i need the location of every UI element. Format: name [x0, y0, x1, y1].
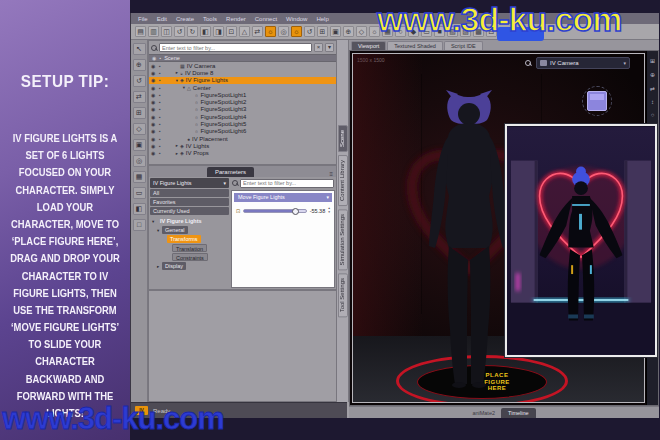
scene-item-iv-dome-8[interactable]: ◉▪▸◒IV Dome 8	[149, 69, 336, 76]
tab-animate2[interactable]: aniMate2	[472, 410, 495, 416]
select-icon[interactable]: ▪	[159, 77, 167, 83]
scene-item-figurespotlight2[interactable]: ◉▪☼FigureSpotLight2	[149, 98, 336, 105]
select-icon[interactable]: ▪	[159, 114, 167, 120]
pose-tool-icon[interactable]: ◇	[133, 123, 146, 135]
dock-tab-content-library[interactable]: Content Library	[338, 155, 348, 206]
iray-render-icon[interactable]: ☼	[291, 26, 302, 37]
scene-item-center[interactable]: ◉▪▾△Center	[149, 84, 336, 91]
tab-timeline[interactable]: Timeline	[501, 408, 536, 418]
camera-selector[interactable]: IV Camera ▾	[536, 57, 630, 69]
surface-select-icon[interactable]: ▣	[133, 139, 146, 151]
select-icon[interactable]: ▪	[159, 136, 167, 142]
file-new-icon[interactable]: ▤	[135, 26, 146, 37]
pan-icon[interactable]: ⇄	[650, 85, 655, 92]
menu-create[interactable]: Create	[176, 16, 194, 22]
select-icon[interactable]: ▪	[159, 150, 167, 156]
eye-icon[interactable]: ◉	[151, 143, 159, 149]
menu-window[interactable]: Window	[286, 16, 307, 22]
select-icon[interactable]: ▪	[159, 143, 167, 149]
value-spinner[interactable]: ▴▾	[328, 207, 330, 214]
scale-tool-icon[interactable]: ⊞	[133, 107, 146, 119]
translate-tool-icon[interactable]: ⇄	[133, 91, 146, 103]
scene-item-figurespotlight6[interactable]: ◉▪☼FigureSpotLight6	[149, 128, 336, 135]
slider-track[interactable]	[243, 209, 306, 213]
parameter-filter-input[interactable]	[240, 179, 334, 188]
universal-tool-icon[interactable]: ⊕	[133, 59, 146, 71]
dock-tab-simulation-settings[interactable]: Simulation Settings	[338, 209, 348, 270]
render-icon[interactable]: ☼	[265, 26, 276, 37]
menu-edit[interactable]: Edit	[157, 16, 167, 22]
param-tree-general[interactable]: ▾General	[150, 226, 229, 234]
copy-icon[interactable]: ◨	[213, 26, 224, 37]
undo-icon[interactable]: ↺	[174, 26, 185, 37]
viewport-canvas[interactable]: 1500 x 1500 PLACE FIGURE HERE	[349, 50, 659, 406]
eye-icon[interactable]: ◉	[151, 106, 159, 112]
region-navigator-icon[interactable]: ◧	[133, 203, 146, 215]
eye-icon[interactable]: ◉	[151, 128, 159, 134]
select-icon[interactable]: ▪	[159, 92, 167, 98]
dolly-icon[interactable]: ↕	[651, 99, 654, 105]
scene-item-iv-figure-lights[interactable]: ◉▪▾◈IV Figure Lights	[149, 77, 336, 84]
measure-tool-icon[interactable]: ▭	[133, 187, 146, 199]
rotate-tool-icon[interactable]: ↺	[133, 75, 146, 87]
zoom-icon[interactable]: ○	[651, 112, 655, 118]
translate-tool-icon[interactable]: ⇄	[252, 26, 263, 37]
param-tree-translation[interactable]: Translation	[150, 244, 229, 252]
camera-tool-icon[interactable]: □	[133, 219, 146, 231]
menu-tools[interactable]: Tools	[203, 16, 217, 22]
scene-item-iv-placement[interactable]: ◉▪●IV Placement	[149, 135, 336, 142]
view-cube-face[interactable]	[587, 91, 607, 111]
viewport-tab-script-ide[interactable]: Script IDE	[444, 41, 483, 50]
perspective-icon[interactable]: ◇	[356, 26, 367, 37]
eye-icon[interactable]: ◉	[151, 114, 159, 120]
spot-render-tool-icon[interactable]: ◎	[133, 155, 146, 167]
menu-help[interactable]: Help	[316, 16, 328, 22]
slider-value[interactable]: -55.38	[310, 208, 326, 214]
orbit-icon[interactable]: ⊕	[650, 71, 655, 78]
file-open-icon[interactable]: ▥	[148, 26, 159, 37]
scene-item-figurespotlight4[interactable]: ◉▪☼FigureSpotLight4	[149, 113, 336, 120]
eye-icon[interactable]: ◉	[151, 63, 159, 69]
select-tool-icon[interactable]: △	[239, 26, 250, 37]
menu-file[interactable]: File	[138, 16, 148, 22]
parameter-group-header[interactable]: Move Figure Lights ▾	[234, 193, 332, 202]
eye-icon[interactable]: ◉	[151, 85, 159, 91]
viewport-tab-textured-shaded[interactable]: Textured Shaded	[387, 41, 443, 50]
select-icon[interactable]: ▪	[159, 99, 167, 105]
frame-view-icon[interactable]: ⊞	[650, 57, 655, 64]
scene-item-iv-props[interactable]: ◉▪▸◈IV Props	[149, 150, 336, 157]
viewport-tab-viewport[interactable]: Viewport	[351, 41, 386, 50]
eye-icon[interactable]: ◉	[151, 70, 159, 76]
filter-options-button[interactable]: ▾	[325, 43, 334, 52]
eye-icon[interactable]: ◉	[151, 136, 159, 142]
dock-tab-tool-settings[interactable]: Tool Settings	[338, 273, 348, 317]
tab-parameters[interactable]: Parameters	[207, 167, 254, 177]
select-icon[interactable]: ▪	[159, 63, 167, 69]
select-icon[interactable]: ▪	[159, 128, 167, 134]
param-tree-constraints[interactable]: Constraints	[150, 253, 229, 261]
select-icon[interactable]: ▪	[159, 106, 167, 112]
param-tree-iv-figure-lights[interactable]: ▾IV Figure Lights	[150, 217, 229, 225]
select-icon[interactable]: ▪	[159, 121, 167, 127]
eye-icon[interactable]: ◉	[151, 77, 159, 83]
redo-icon[interactable]: ↻	[187, 26, 198, 37]
save-icon[interactable]: ◫	[161, 26, 172, 37]
menu-render[interactable]: Render	[226, 16, 246, 22]
paste-icon[interactable]: ⊡	[226, 26, 237, 37]
node-selector-dropdown[interactable]: IV Figure Lights ▾	[150, 178, 229, 188]
aim-icon[interactable]: ⊕	[343, 26, 354, 37]
spot-render-icon[interactable]: ◎	[278, 26, 289, 37]
scene-filter-input[interactable]	[159, 43, 312, 52]
clear-filter-button[interactable]: ×	[314, 43, 323, 52]
node-select-icon[interactable]: ↖	[133, 43, 146, 55]
param-tree-display[interactable]: ▸Display	[150, 262, 229, 270]
eye-icon[interactable]: ◉	[151, 150, 159, 156]
eye-icon[interactable]: ◉	[151, 92, 159, 98]
param-filter-currently-used[interactable]: Currently Used	[150, 207, 229, 215]
param-tree-transforms[interactable]: Transforms	[150, 235, 229, 243]
select-icon[interactable]: ▪	[159, 85, 167, 91]
scene-item-iv-camera[interactable]: ◉▪▦IV Camera	[149, 62, 336, 69]
geometry-editor-icon[interactable]: ▦	[133, 171, 146, 183]
scene-item-figurespotlight1[interactable]: ◉▪☼FigureSpotLight1	[149, 91, 336, 98]
frame-icon[interactable]: ▣	[330, 26, 341, 37]
